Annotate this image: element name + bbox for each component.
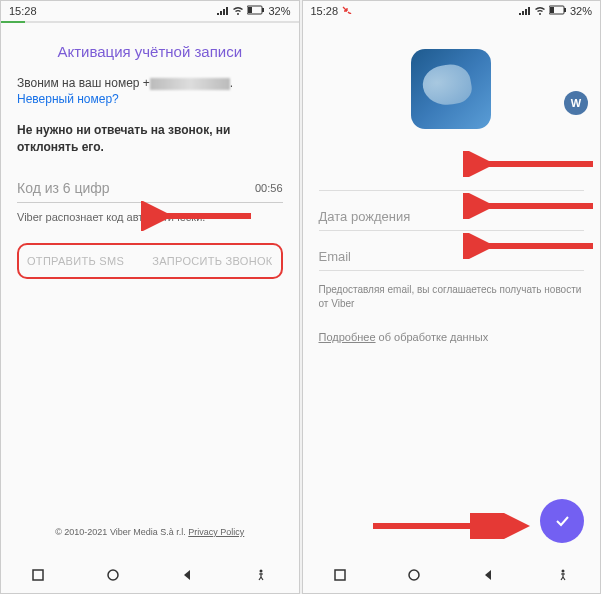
- svg-point-12: [561, 570, 564, 573]
- countdown-timer: 00:56: [255, 182, 283, 194]
- code-input[interactable]: [17, 180, 255, 196]
- request-call-button[interactable]: ЗАПРОСИТЬ ЗВОНОК: [152, 255, 272, 267]
- nav-bar: [303, 557, 601, 593]
- signal-icon: [217, 5, 229, 17]
- status-time: 15:28: [9, 5, 37, 17]
- nav-recent-icon[interactable]: [332, 567, 348, 583]
- svg-rect-10: [335, 570, 345, 580]
- svg-rect-3: [33, 570, 43, 580]
- more-info-link[interactable]: Подробнее: [319, 331, 376, 343]
- calling-number-text: Звоним на ваш номер +.: [17, 76, 283, 90]
- footer: © 2010-2021 Viber Media S.à r.l. Privacy…: [17, 519, 283, 545]
- activation-screen: 15:28 32% Активация учётной записи Звони…: [0, 0, 300, 594]
- status-time: 15:28: [311, 5, 339, 17]
- annotation-arrow: [363, 513, 533, 539]
- nav-bar: [1, 557, 299, 593]
- profile-setup-screen: 15:28 32% W Дата рождения Ema: [302, 0, 602, 594]
- instruction-text: Не нужно ни отвечать на звонок, ни откло…: [17, 122, 283, 156]
- svg-rect-1: [262, 8, 264, 12]
- svg-rect-9: [550, 7, 554, 13]
- svg-point-4: [108, 570, 118, 580]
- nav-back-icon[interactable]: [179, 567, 195, 583]
- battery-icon: [247, 5, 265, 17]
- battery-percent: 32%: [570, 5, 592, 17]
- privacy-link[interactable]: Privacy Policy: [188, 527, 244, 537]
- nav-home-icon[interactable]: [406, 567, 422, 583]
- vk-icon[interactable]: W: [564, 91, 588, 115]
- svg-point-11: [409, 570, 419, 580]
- nav-accessibility-icon[interactable]: [253, 567, 269, 583]
- confirm-fab[interactable]: [540, 499, 584, 543]
- battery-icon: [549, 5, 567, 17]
- progress-bar: [1, 21, 299, 23]
- wifi-icon: [534, 5, 546, 17]
- wrong-number-link[interactable]: Неверный номер?: [17, 92, 283, 106]
- nav-recent-icon[interactable]: [30, 567, 46, 583]
- avatar[interactable]: [411, 49, 491, 129]
- more-info: Подробнее об обработке данных: [319, 331, 585, 343]
- email-disclaimer: Предоставляя email, вы соглашаетесь полу…: [319, 283, 585, 311]
- wifi-icon: [232, 5, 244, 17]
- action-buttons-highlighted: ОТПРАВИТЬ SMS ЗАПРОСИТЬ ЗВОНОК: [17, 243, 283, 279]
- missed-call-icon: [342, 6, 352, 16]
- nav-home-icon[interactable]: [105, 567, 121, 583]
- annotation-arrow: [463, 193, 602, 219]
- nav-accessibility-icon[interactable]: [555, 567, 571, 583]
- signal-icon: [519, 5, 531, 17]
- status-bar: 15:28 32%: [303, 1, 601, 21]
- svg-point-5: [260, 570, 263, 573]
- status-bar: 15:28 32%: [1, 1, 299, 21]
- svg-rect-2: [248, 7, 252, 13]
- annotation-arrow: [141, 201, 261, 231]
- redacted-phone: [150, 78, 230, 90]
- annotation-arrow: [463, 151, 602, 177]
- nav-back-icon[interactable]: [480, 567, 496, 583]
- svg-rect-8: [564, 8, 566, 12]
- annotation-arrow: [463, 233, 602, 259]
- send-sms-button[interactable]: ОТПРАВИТЬ SMS: [27, 255, 124, 267]
- page-title: Активация учётной записи: [17, 43, 283, 60]
- battery-percent: 32%: [268, 5, 290, 17]
